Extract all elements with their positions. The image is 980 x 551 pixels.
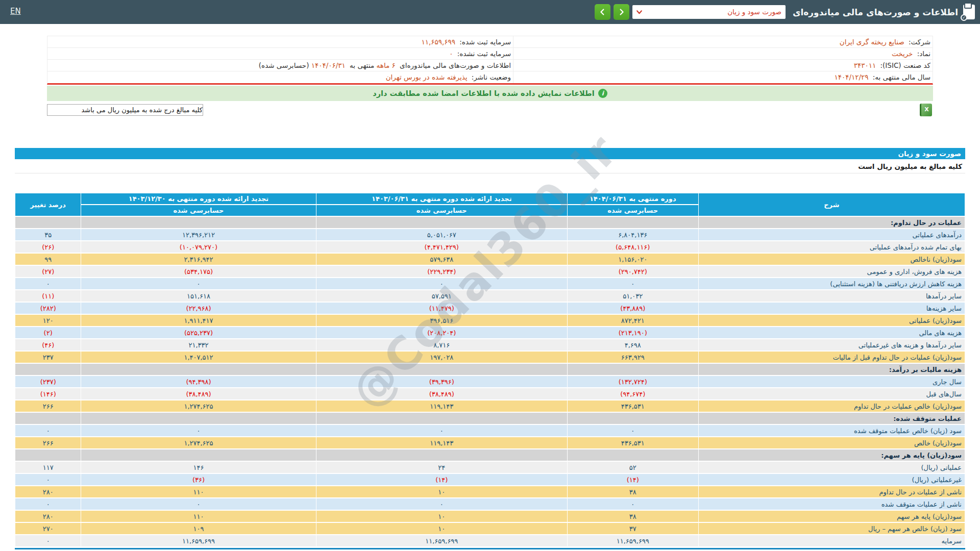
units-note-box: کلیه مبالغ درج شده به میلیون ریال می باش… <box>47 104 203 116</box>
chevron-down-icon <box>636 9 643 15</box>
value-cell: ۰ <box>568 498 698 510</box>
value-cell: ۵۲ <box>568 462 698 473</box>
value-cell: ۶,۸۰۴,۱۳۶ <box>568 229 698 240</box>
company-value: صنایع ریخته گری ایران <box>840 38 904 46</box>
value-cell: ۰ <box>81 425 315 436</box>
value-cell: ۱۱۰ <box>81 511 315 522</box>
value-cell: (۳۶) <box>81 474 315 485</box>
period-text-3: (حسابرسی شده) <box>259 61 309 69</box>
report-period-field: اطلاعات و صورت‌های مالی میاندوره‌ای ۶ ما… <box>47 60 513 71</box>
percent-change-cell: ۲۸۰ <box>15 486 81 497</box>
row-label: سود(زیان) ناخالص <box>699 254 965 265</box>
value-cell: ۱۱۰ <box>81 486 315 497</box>
value-cell: ۰ <box>316 278 567 289</box>
percent-change-cell: ۰ <box>15 474 81 485</box>
clipboard-check-icon: ✓ <box>963 5 975 19</box>
fiscal-year-label: سال مالی منتهی به: <box>873 73 930 81</box>
row-label: ناشی از عملیات در حال تداوم <box>699 486 965 497</box>
value-cell: (۲۲۹,۲۳۴) <box>316 266 567 277</box>
top-bar: ✓ اطلاعات و صورت‌های مالی میاندوره‌ای صو… <box>0 0 980 24</box>
value-cell: (۲۲,۹۶۸) <box>81 303 315 314</box>
excel-export-button[interactable]: X <box>920 104 932 116</box>
value-cell: (۱۴) <box>316 474 567 485</box>
table-row: سود(زیان) ناخالص۱,۱۵۶,۰۲۰۵۷۹,۶۳۸۲,۳۱۶,۹۴… <box>15 254 965 265</box>
percent-change-cell: ۲۶۶ <box>15 437 81 448</box>
row-label: بهای تمام شده درآمدهای عملیاتی <box>699 241 965 253</box>
value-cell: (۳۹,۳۹۶) <box>316 376 567 387</box>
info-row: شرکت: صنایع ریخته گری ایران سرمایه ثبت ش… <box>47 36 933 48</box>
row-label: سایر درآمدها و هزینه های غیرعملیاتی <box>699 339 965 350</box>
section-label: سود(زیان) پایه هر سهم: <box>699 449 965 461</box>
value-cell: ۱۱,۶۵۹,۶۹۹ <box>81 535 315 546</box>
percent-change-cell: (۲۷) <box>15 266 81 277</box>
statement-table: شرح دوره منتهی به ۱۴۰۴/۰۶/۳۱ تجدید ارائه… <box>15 192 965 547</box>
isic-field: کد صنعت (ISIC): ۳۴۳۰۱۱ <box>513 60 933 71</box>
percent-change-cell: ۲۸۰ <box>15 511 81 522</box>
value-cell: ۱۱۹,۱۴۳ <box>316 437 567 448</box>
value-cell: ۳۷ <box>568 523 698 534</box>
value-cell: ۱۴۶ <box>81 462 315 473</box>
percent-change-cell: (۲۳۷) <box>15 376 81 387</box>
value-cell: ۴۳۶,۵۳۱ <box>568 437 698 448</box>
registered-capital-label: سرمایه ثبت شده: <box>459 38 511 46</box>
row-label: ناشی از عملیات متوقف شده <box>699 498 965 510</box>
percent-change-cell: ۰ <box>15 425 81 436</box>
value-cell: ۲۱,۳۳۲ <box>81 339 315 350</box>
value-cell: ۱۵۱,۶۱۸ <box>81 290 315 302</box>
value-cell: ۰ <box>316 425 567 436</box>
percent-change-cell: (۲۶) <box>15 241 81 253</box>
value-cell: ۱۰ <box>316 523 567 534</box>
chevron-left-icon <box>599 8 606 16</box>
value-cell: ۲۴ <box>316 462 567 473</box>
statement-table-body: عملیات در حال تداوم:درآمدهای عملیاتی۶,۸۰… <box>15 217 965 546</box>
empty-cell <box>81 217 315 228</box>
percent-change-cell: ۲۷۰ <box>15 523 81 534</box>
percent-change-cell: (۲۸۲) <box>15 303 81 314</box>
table-row: سایر هزینه‌ها(۴۳,۸۸۹)(۱۱,۴۷۹)(۲۲,۹۶۸)(۲۸… <box>15 303 965 314</box>
empty-cell <box>15 449 81 461</box>
value-cell: ۵۷۹,۶۳۸ <box>316 254 567 265</box>
table-row: درآمدهای عملیاتی۶,۸۰۴,۱۳۶۵,۰۵۱,۰۶۷۱۲,۳۹۶… <box>15 229 965 240</box>
row-label: هزینه کاهش ارزش دریافتنی ها (هزینه استثن… <box>699 278 965 289</box>
language-switch-en[interactable]: EN <box>10 7 21 16</box>
empty-cell <box>316 413 567 424</box>
table-row: سال‌های قبل(۹۴,۶۷۴)(۳۸,۴۸۹)(۳۸,۴۸۹)(۱۴۶) <box>15 388 965 399</box>
isic-label: کد صنعت (ISIC): <box>880 61 930 69</box>
value-cell: (۲۱۳,۱۹۰) <box>568 327 698 338</box>
percent-change-cell: ۰ <box>15 498 81 510</box>
value-cell: (۱۱,۴۷۹) <box>316 303 567 314</box>
percent-change-cell: ۰ <box>15 535 81 546</box>
value-cell: (۵,۶۴۸,۱۱۶) <box>568 241 698 253</box>
value-cell: (۹۴,۳۹۸) <box>81 376 315 387</box>
row-label: غیرعملیاتی (ریال) <box>699 474 965 485</box>
empty-cell <box>15 413 81 424</box>
next-period-button[interactable] <box>614 4 629 20</box>
section-row: هزینه مالیات بر درآمد: <box>15 364 965 375</box>
info-row: کد صنعت (ISIC): ۳۴۳۰۱۱ اطلاعات و صورت‌ها… <box>47 60 933 71</box>
empty-cell <box>568 364 698 375</box>
previous-period-button[interactable] <box>595 4 610 20</box>
row-label: هزینه های مالی <box>699 327 965 338</box>
info-row: نماد: خریخت سرمایه ثبت نشده: ۰ <box>47 48 933 60</box>
value-cell: (۴۳,۸۸۹) <box>568 303 698 314</box>
table-row: سود(زیان) عملیات در حال تداوم قبل از مال… <box>15 352 965 363</box>
value-cell: ۶۶۳,۹۲۹ <box>568 352 698 363</box>
percent-change-cell: ۳۵ <box>15 229 81 240</box>
statement-units-note: کلیه مبالغ به میلیون ریال است <box>15 159 965 173</box>
table-row: سود(زیان) خالص۴۳۶,۵۳۱۱۱۹,۱۴۳۱,۲۷۴,۶۲۵۲۶۶ <box>15 437 965 448</box>
info-circle-icon: i <box>598 89 607 98</box>
header-audited: حسابرسی شده <box>81 205 315 216</box>
empty-cell <box>316 217 567 228</box>
value-cell: ۳۹۶,۵۱۶ <box>316 315 567 326</box>
row-label: سایر هزینه‌ها <box>699 303 965 314</box>
value-cell: ۱,۹۱۱,۴۱۷ <box>81 315 315 326</box>
table-row: بهای تمام شده درآمدهای عملیاتی(۵,۶۴۸,۱۱۶… <box>15 241 965 253</box>
statement-type-select[interactable]: صورت سود و زیان <box>632 5 786 19</box>
value-cell: ۱۲,۳۹۶,۲۱۲ <box>81 229 315 240</box>
value-cell: ۳۸ <box>568 486 698 497</box>
row-label: سود(زیان) عملیاتی <box>699 315 965 326</box>
table-row: سود(زیان) عملیاتی۸۷۲,۴۲۱۳۹۶,۵۱۶۱,۹۱۱,۴۱۷… <box>15 315 965 326</box>
value-cell: (۲۰۸,۲۰۴) <box>316 327 567 338</box>
section-row: سود(زیان) پایه هر سهم: <box>15 449 965 461</box>
value-cell: ۱۱,۶۵۹,۶۹۹ <box>568 535 698 546</box>
